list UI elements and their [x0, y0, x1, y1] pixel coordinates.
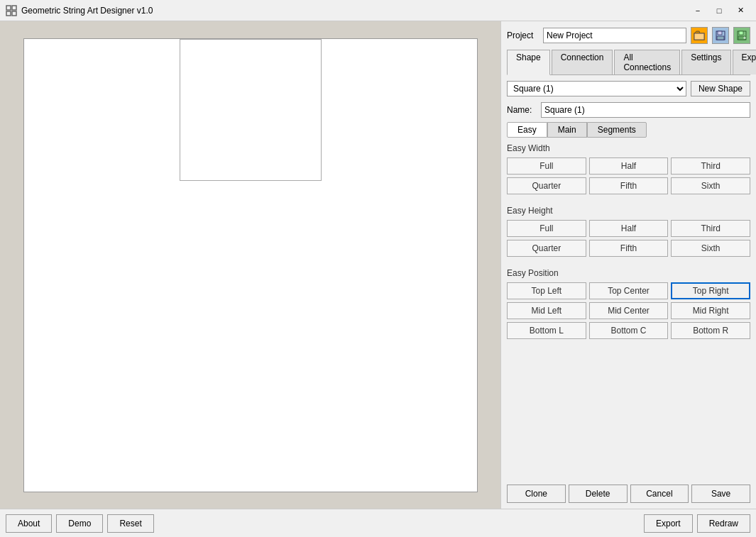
main-tabs: Shape Connection All Connections Setting…	[507, 50, 750, 75]
subtab-easy[interactable]: Easy	[507, 122, 547, 138]
svg-rect-8	[717, 36, 724, 40]
save-button[interactable]: Save	[691, 485, 750, 503]
tab-all-connections[interactable]: All Connections	[614, 50, 680, 74]
maximize-button[interactable]: □	[709, 4, 729, 18]
bottom-bar: About Demo Reset Export Redraw	[0, 509, 756, 537]
easy-height-section: Easy Height Full Half Third Quarter Fift…	[507, 206, 750, 260]
width-sixth-button[interactable]: Sixth	[671, 177, 750, 194]
easy-position-row1: Top Left Top Center Top Right	[507, 282, 750, 299]
pos-bottom-center-button[interactable]: Bottom C	[589, 322, 669, 339]
svg-rect-10	[739, 31, 743, 35]
minimize-button[interactable]: −	[688, 4, 708, 18]
svg-rect-7	[718, 31, 722, 35]
easy-height-label: Easy Height	[507, 206, 750, 216]
pos-mid-center-button[interactable]: Mid Center	[589, 302, 669, 319]
app-icon	[6, 5, 17, 16]
export-button[interactable]: Export	[644, 514, 693, 533]
project-label: Project	[507, 31, 539, 40]
pos-mid-left-button[interactable]: Mid Left	[507, 302, 586, 319]
right-panel: Project	[500, 21, 756, 509]
svg-rect-0	[6, 6, 11, 10]
tab-export[interactable]: Export	[733, 50, 757, 74]
save-project-button[interactable]	[712, 27, 729, 44]
height-full-button[interactable]: Full	[507, 220, 586, 237]
svg-rect-3	[12, 11, 16, 16]
easy-position-row2: Mid Left Mid Center Mid Right	[507, 302, 750, 319]
pos-top-left-button[interactable]: Top Left	[507, 282, 586, 299]
project-row: Project	[507, 27, 750, 44]
close-button[interactable]: ✕	[730, 4, 750, 18]
svg-rect-2	[6, 11, 11, 16]
subtab-main[interactable]: Main	[547, 122, 587, 138]
canvas-panel	[0, 21, 500, 509]
clone-button[interactable]: Clone	[507, 485, 566, 503]
width-quarter-button[interactable]: Quarter	[507, 177, 586, 194]
app-title: Geometric String Art Designer v1.0	[21, 6, 688, 16]
pos-mid-right-button[interactable]: Mid Right	[671, 302, 750, 319]
tab-settings[interactable]: Settings	[681, 50, 730, 74]
height-third-button[interactable]: Third	[671, 220, 750, 237]
tab-connection[interactable]: Connection	[552, 50, 613, 74]
delete-button[interactable]: Delete	[569, 485, 628, 503]
height-half-button[interactable]: Half	[589, 220, 669, 237]
subtab-segments[interactable]: Segments	[587, 122, 647, 138]
window-controls: − □ ✕	[688, 4, 750, 18]
shape-select[interactable]: Square (1)	[507, 81, 686, 96]
easy-position-row3: Bottom L Bottom C Bottom R	[507, 322, 750, 339]
easy-width-section: Easy Width Full Half Third Quarter Fifth…	[507, 143, 750, 197]
svg-rect-1	[12, 6, 16, 10]
easy-height-buttons: Full Half Third Quarter Fifth Sixth	[507, 220, 750, 257]
canvas-area[interactable]	[23, 38, 478, 492]
easy-width-label: Easy Width	[507, 143, 750, 153]
title-bar: Geometric String Art Designer v1.0 − □ ✕	[0, 0, 756, 21]
pos-bottom-left-button[interactable]: Bottom L	[507, 322, 586, 339]
save-as-project-button[interactable]: +	[733, 27, 750, 44]
width-half-button[interactable]: Half	[589, 157, 669, 175]
cancel-button[interactable]: Cancel	[630, 485, 689, 503]
main-layout: Project	[0, 21, 756, 509]
canvas-inner-rect	[180, 39, 322, 181]
demo-button[interactable]: Demo	[56, 514, 103, 533]
name-input[interactable]	[541, 102, 750, 118]
name-label: Name:	[507, 105, 535, 115]
pos-bottom-right-button[interactable]: Bottom R	[671, 322, 750, 339]
pos-top-right-button[interactable]: Top Right	[671, 282, 750, 299]
name-row: Name:	[507, 102, 750, 118]
height-quarter-button[interactable]: Quarter	[507, 240, 586, 257]
height-fifth-button[interactable]: Fifth	[589, 240, 669, 257]
reset-button[interactable]: Reset	[107, 514, 153, 533]
easy-width-buttons: Full Half Third Quarter Fifth Sixth	[507, 157, 750, 194]
tab-shape[interactable]: Shape	[507, 50, 550, 75]
about-button[interactable]: About	[6, 514, 52, 533]
project-input[interactable]	[543, 28, 686, 43]
new-shape-button[interactable]: New Shape	[691, 81, 750, 96]
open-project-button[interactable]	[691, 27, 708, 44]
svg-text:+: +	[743, 35, 746, 40]
svg-rect-5	[694, 33, 704, 40]
easy-position-label: Easy Position	[507, 268, 750, 278]
action-buttons-row: Clone Delete Cancel Save	[507, 479, 750, 503]
easy-position-section: Easy Position Top Left Top Center Top Ri…	[507, 268, 750, 342]
sub-tabs: Easy Main Segments	[507, 122, 750, 138]
height-sixth-button[interactable]: Sixth	[671, 240, 750, 257]
width-full-button[interactable]: Full	[507, 157, 586, 175]
pos-top-center-button[interactable]: Top Center	[589, 282, 669, 299]
width-fifth-button[interactable]: Fifth	[589, 177, 669, 194]
width-third-button[interactable]: Third	[671, 157, 750, 175]
redraw-button[interactable]: Redraw	[697, 514, 750, 533]
shape-selector-row: Square (1) New Shape	[507, 81, 750, 96]
